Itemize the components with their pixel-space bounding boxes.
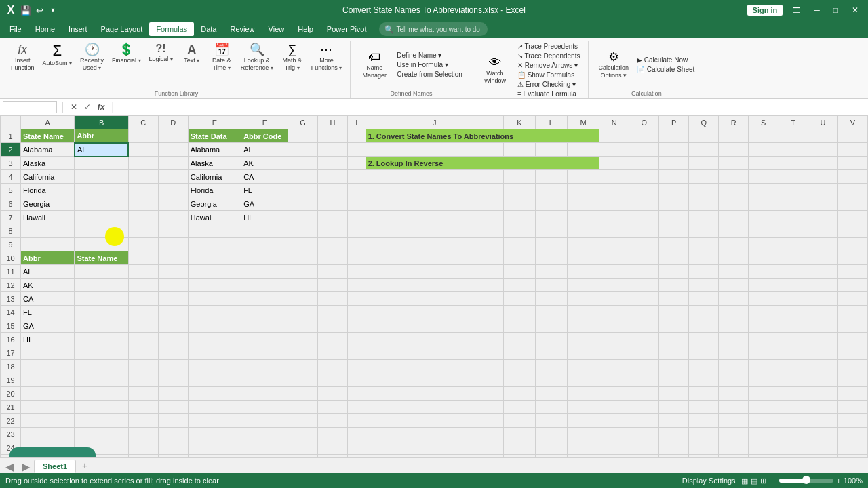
cell-N2[interactable] (599, 143, 629, 157)
cell-I2[interactable] (348, 143, 366, 157)
cell-V7[interactable] (837, 211, 867, 224)
menu-file[interactable]: File (3, 22, 28, 36)
menu-insert[interactable]: Insert (62, 22, 94, 36)
cell-O5[interactable] (629, 184, 659, 197)
cell-R2[interactable] (719, 143, 749, 157)
cell-L5[interactable] (535, 184, 567, 197)
cell-G4[interactable] (288, 170, 317, 184)
col-header-M[interactable]: M (567, 116, 599, 129)
date-time-button[interactable]: 📅 Date &Time ▾ (208, 42, 235, 73)
cell-O2[interactable] (629, 143, 659, 157)
cell-U7[interactable] (808, 211, 837, 224)
cell-K5[interactable] (503, 184, 535, 197)
cell-F7[interactable]: HI (241, 211, 288, 224)
cell-S2[interactable] (749, 143, 778, 157)
zoom-slider[interactable] (779, 479, 833, 483)
col-header-I[interactable]: I (348, 116, 366, 129)
cell-T3[interactable] (778, 157, 808, 170)
menu-power-pivot[interactable]: Power Pivot (320, 22, 374, 36)
more-functions-button[interactable]: ⋯ MoreFunctions ▾ (309, 42, 345, 73)
cell-M2[interactable] (567, 143, 599, 157)
menu-data[interactable]: Data (194, 22, 223, 36)
cell-I3[interactable] (348, 157, 366, 170)
col-header-C[interactable]: C (128, 116, 158, 129)
cell-L4[interactable] (535, 170, 567, 184)
cell-H2[interactable] (318, 143, 348, 157)
cell-D3[interactable] (158, 157, 188, 170)
cell-L7[interactable] (535, 211, 567, 224)
row-header-15[interactable]: 15 (1, 319, 21, 333)
col-header-K[interactable]: K (503, 116, 535, 129)
row-header-16[interactable]: 16 (1, 333, 21, 346)
logical-button[interactable]: ?! Logical ▾ (146, 42, 176, 64)
cell-N7[interactable] (599, 211, 629, 224)
cell-E4[interactable]: California (188, 170, 241, 184)
cell-A9[interactable] (21, 238, 75, 251)
cell-P4[interactable] (659, 170, 689, 184)
sheet-nav-right[interactable]: ▶ (19, 460, 33, 473)
cell-B10[interactable]: State Name (75, 251, 128, 265)
cell-R4[interactable] (719, 170, 749, 184)
cell-N6[interactable] (599, 197, 629, 211)
cell-S3[interactable] (749, 157, 778, 170)
math-trig-button[interactable]: ∑ Math &Trig ▾ (279, 42, 306, 73)
cell-E1[interactable]: State Data (188, 129, 241, 143)
cell-H7[interactable] (318, 211, 348, 224)
cell-J4[interactable] (366, 170, 503, 184)
maximize-button[interactable]: □ (829, 4, 842, 16)
cell-J1[interactable]: 1. Convert State Names To Abbreviations (366, 129, 599, 143)
define-name-button[interactable]: Define Name ▾ (394, 51, 465, 60)
cell-S1[interactable] (749, 129, 778, 143)
row-header-7[interactable]: 7 (1, 211, 21, 224)
cell-B3[interactable] (75, 157, 128, 170)
cell-G3[interactable] (288, 157, 317, 170)
cell-H1[interactable] (318, 129, 348, 143)
cell-V6[interactable] (837, 197, 867, 211)
cell-S6[interactable] (749, 197, 778, 211)
cell-A8[interactable] (21, 224, 75, 238)
row-header-1[interactable]: 1 (1, 129, 21, 143)
sheet-tab-sheet1[interactable]: Sheet1 (34, 460, 76, 473)
cell-B6[interactable] (75, 197, 128, 211)
cell-R6[interactable] (719, 197, 749, 211)
cell-J3[interactable]: 2. Lookup In Reverse (366, 157, 599, 170)
cell-U3[interactable] (808, 157, 837, 170)
cell-K6[interactable] (503, 197, 535, 211)
cell-T6[interactable] (778, 197, 808, 211)
cell-M6[interactable] (567, 197, 599, 211)
cell-N1[interactable] (599, 129, 629, 143)
use-in-formula-button[interactable]: Use in Formula ▾ (394, 60, 465, 69)
cell-M7[interactable] (567, 211, 599, 224)
recently-used-button[interactable]: 🕐 RecentlyUsed ▾ (77, 42, 106, 73)
cell-C6[interactable] (128, 197, 158, 211)
row-header-10[interactable]: 10 (1, 251, 21, 265)
col-header-R[interactable]: R (719, 116, 749, 129)
cell-M4[interactable] (567, 170, 599, 184)
col-header-N[interactable]: N (599, 116, 629, 129)
cell-C7[interactable] (128, 211, 158, 224)
cell-G6[interactable] (288, 197, 317, 211)
row-header-14[interactable]: 14 (1, 306, 21, 319)
col-header-E[interactable]: E (188, 116, 241, 129)
cell-O6[interactable] (629, 197, 659, 211)
cell-U4[interactable] (808, 170, 837, 184)
cell-C5[interactable] (128, 184, 158, 197)
cell-A6[interactable]: Georgia (21, 197, 75, 211)
menu-review[interactable]: Review (223, 22, 261, 36)
financial-button[interactable]: 💲 Financial ▾ (109, 42, 144, 66)
cell-H4[interactable] (318, 170, 348, 184)
cell-I1[interactable] (348, 129, 366, 143)
row-header-3[interactable]: 3 (1, 157, 21, 170)
cell-Q7[interactable] (689, 211, 719, 224)
row-header-9[interactable]: 9 (1, 238, 21, 251)
cell-A5[interactable]: Florida (21, 184, 75, 197)
ribbon-display-icon[interactable]: 🗖 (788, 4, 804, 16)
calculation-options-button[interactable]: ⚙ CalculationOptions ▾ (595, 49, 631, 81)
cell-F1[interactable]: Abbr Code (241, 129, 288, 143)
cell-N3[interactable] (599, 157, 629, 170)
return-button[interactable]: Return (9, 447, 96, 457)
cancel-formula-button[interactable]: ✕ (68, 101, 80, 113)
row-header-2[interactable]: 2 (1, 143, 21, 157)
cell-E3[interactable]: Alaska (188, 157, 241, 170)
calculate-sheet-button[interactable]: 📄 Calculate Sheet (634, 65, 697, 74)
